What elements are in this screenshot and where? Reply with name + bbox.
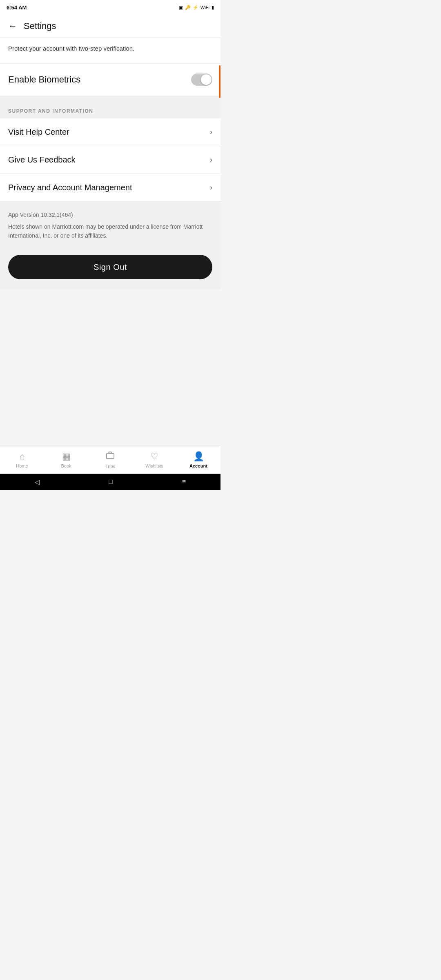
time-text: 6:54 AM — [7, 4, 27, 11]
biometrics-label: Enable Biometrics — [8, 74, 80, 85]
page-title: Settings — [24, 21, 56, 31]
two-step-section: Protect your account with two-step verif… — [0, 38, 220, 64]
support-section: SUPPORT AND INFORMATION Visit Help Cente… — [0, 99, 220, 202]
biometrics-section: Enable Biometrics — [0, 64, 220, 99]
visit-help-center-item[interactable]: Visit Help Center › — [0, 118, 220, 146]
status-bar: 6:54 AM ▣ 🔑 ⚡ WiFi ▮ — [0, 0, 220, 15]
home-label: Home — [16, 463, 28, 468]
wishlists-icon: ♡ — [150, 451, 158, 462]
signout-section: Sign Out — [0, 248, 220, 289]
privacy-account-chevron: › — [210, 183, 212, 192]
nav-wishlists[interactable]: ♡ Wishlists — [132, 451, 176, 468]
android-back-button[interactable]: ◁ — [35, 478, 40, 486]
book-icon: ▦ — [62, 451, 71, 462]
biometrics-toggle[interactable] — [191, 74, 212, 86]
scroll-indicator — [219, 65, 220, 98]
visit-help-center-chevron: › — [210, 128, 212, 136]
give-feedback-label: Give Us Feedback — [8, 155, 76, 165]
trips-icon — [106, 451, 115, 462]
svg-rect-0 — [107, 453, 114, 459]
nav-home[interactable]: ⌂ Home — [0, 451, 44, 468]
status-time: 6:54 AM — [7, 4, 27, 11]
give-feedback-item[interactable]: Give Us Feedback › — [0, 146, 220, 174]
nav-trips[interactable]: Trips — [88, 451, 132, 469]
give-feedback-chevron: › — [210, 156, 212, 164]
wifi-icon: WiFi — [200, 5, 209, 10]
header: ← Settings — [0, 15, 220, 38]
key-icon: 🔑 — [185, 5, 191, 10]
support-menu-items: Visit Help Center › Give Us Feedback › P… — [0, 118, 220, 202]
nav-account[interactable]: 👤 Account — [176, 451, 220, 468]
wishlists-label: Wishlists — [145, 463, 163, 468]
back-button[interactable]: ← — [8, 21, 17, 31]
support-section-header: SUPPORT AND INFORMATION — [0, 99, 220, 118]
account-icon: 👤 — [193, 451, 204, 462]
account-label: Account — [189, 463, 207, 468]
nav-book[interactable]: ▦ Book — [44, 451, 88, 468]
android-menu-button[interactable]: ≡ — [182, 478, 186, 486]
support-section-title: SUPPORT AND INFORMATION — [8, 108, 94, 114]
status-icons: ▣ 🔑 ⚡ WiFi ▮ — [179, 5, 214, 10]
book-label: Book — [61, 463, 71, 468]
app-info-section: App Version 10.32.1(464) Hotels shown on… — [0, 202, 220, 249]
video-icon: ▣ — [179, 5, 183, 10]
android-nav-bar: ◁ □ ≡ — [0, 474, 220, 490]
trips-label: Trips — [105, 464, 115, 469]
battery-icon: ▮ — [212, 5, 214, 10]
privacy-account-label: Privacy and Account Management — [8, 183, 132, 192]
signout-button[interactable]: Sign Out — [8, 255, 212, 279]
app-version: App Version 10.32.1(464) — [8, 212, 212, 218]
android-home-button[interactable]: □ — [109, 478, 113, 486]
bluetooth-icon: ⚡ — [193, 5, 198, 10]
two-step-description: Protect your account with two-step verif… — [8, 44, 212, 53]
toggle-knob — [201, 74, 212, 85]
bottom-nav: ⌂ Home ▦ Book Trips ♡ Wishlists 👤 Accoun… — [0, 445, 220, 474]
home-icon: ⌂ — [19, 451, 24, 462]
visit-help-center-label: Visit Help Center — [8, 127, 69, 137]
app-disclaimer: Hotels shown on Marriott.com may be oper… — [8, 222, 212, 241]
privacy-account-item[interactable]: Privacy and Account Management › — [0, 174, 220, 202]
